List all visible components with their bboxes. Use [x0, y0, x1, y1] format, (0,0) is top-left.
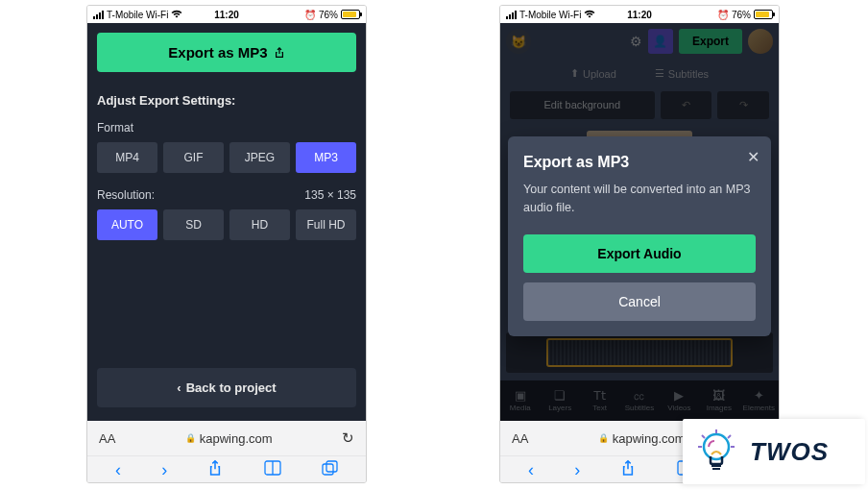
chevron-left-icon: ‹ [177, 380, 181, 395]
ios-status-bar: T-Mobile Wi-Fi 11:20 ⏰ 76% [500, 6, 779, 23]
resolution-fullhd[interactable]: Full HD [296, 209, 356, 240]
edit-background-button[interactable]: Edit background [510, 91, 655, 119]
editor-screen: 😺 ⚙ 👤 Export ⬆ Upload ☰ Subtitles Edit b… [500, 23, 779, 421]
svg-line-13 [728, 435, 731, 438]
phone-left: T-Mobile Wi-Fi 11:20 ⏰ 76% Export as MP3… [86, 5, 367, 483]
resolution-hd[interactable]: HD [229, 209, 290, 240]
battery-percent: 76% [319, 10, 338, 20]
editor-bottom-tabs: ▣Media ❏Layers T𝗍Text ㏄Subtitles ▶Videos… [500, 380, 779, 421]
svg-rect-3 [326, 461, 337, 472]
refresh-icon[interactable]: ↻ [342, 429, 354, 447]
lock-icon: 🔒 [598, 433, 609, 443]
avatar[interactable] [748, 29, 773, 54]
export-button-label: Export as MP3 [168, 44, 267, 61]
modal-description: Your content will be converted into an M… [523, 181, 756, 217]
safari-url-field[interactable]: 🔒 kapwing.com [121, 431, 336, 446]
editor-topbar: 😺 ⚙ 👤 Export [500, 23, 779, 60]
logo-icon[interactable]: 😺 [506, 29, 531, 54]
back-to-project-button[interactable]: ‹ Back to project [97, 368, 356, 407]
share-user-button[interactable]: 👤 [648, 29, 673, 54]
resolution-value: 135 × 135 [304, 188, 356, 202]
safari-tabs-icon[interactable] [322, 460, 338, 480]
safari-back-icon[interactable]: ‹ [115, 460, 121, 480]
wifi-icon [584, 10, 595, 20]
twos-badge: TWOS [683, 419, 865, 484]
safari-address-bar[interactable]: AA 🔒 kapwing.com ↻ [87, 421, 366, 455]
undo-button[interactable]: ↶ [661, 91, 712, 119]
subtitles-tab[interactable]: ☰ Subtitles [655, 67, 709, 80]
carrier-label: T-Mobile Wi-Fi [107, 10, 168, 20]
signal-icon [506, 11, 517, 19]
redo-button[interactable]: ↷ [717, 91, 769, 119]
svg-line-12 [702, 435, 705, 438]
tab-text[interactable]: T𝗍Text [580, 389, 619, 412]
export-button[interactable]: Export [679, 29, 742, 54]
tab-media[interactable]: ▣Media [500, 389, 540, 412]
signal-icon [93, 11, 104, 19]
phone-right: T-Mobile Wi-Fi 11:20 ⏰ 76% 😺 ⚙ 👤 Export … [499, 5, 780, 483]
carrier-label: T-Mobile Wi-Fi [519, 10, 581, 20]
upload-tabs: ⬆ Upload ☰ Subtitles [500, 60, 779, 87]
safari-toolbar: ‹ › [87, 455, 366, 483]
ios-status-bar: T-Mobile Wi-Fi 11:20 ⏰ 76% [87, 6, 366, 23]
export-audio-button[interactable]: Export Audio [523, 234, 756, 273]
safari-forward-icon[interactable]: › [574, 460, 580, 480]
back-button-label: Back to project [186, 380, 277, 395]
status-time: 11:20 [214, 10, 239, 20]
alarm-icon: ⏰ [717, 10, 729, 20]
battery-icon [341, 10, 360, 19]
safari-aa-button[interactable]: AA [99, 431, 115, 446]
tab-subtitles[interactable]: ㏄Subtitles [619, 389, 659, 412]
battery-percent: 76% [732, 10, 751, 20]
safari-share-icon[interactable] [620, 459, 636, 481]
modal-title: Export as MP3 [523, 154, 756, 171]
safari-domain: kapwing.com [200, 431, 273, 446]
safari-share-icon[interactable] [207, 459, 223, 481]
twos-text: TWOS [750, 437, 829, 467]
tab-layers[interactable]: ❏Layers [540, 389, 579, 412]
resolution-label: Resolution: [97, 188, 155, 202]
timeline-clip[interactable] [546, 338, 733, 367]
export-settings-screen: Export as MP3 Adjust Export Settings: Fo… [87, 23, 366, 421]
upload-tab[interactable]: ⬆ Upload [570, 67, 616, 80]
edit-background-row: Edit background ↶ ↷ [500, 87, 779, 123]
format-mp4[interactable]: MP4 [97, 142, 157, 173]
close-icon[interactable]: ✕ [747, 148, 760, 166]
format-label: Format [97, 121, 356, 135]
format-mp3[interactable]: MP3 [296, 142, 356, 173]
format-jpeg[interactable]: JPEG [229, 142, 290, 173]
timeline[interactable] [506, 332, 773, 373]
lightbulb-icon [692, 428, 740, 476]
cancel-button[interactable]: Cancel [523, 282, 756, 321]
export-as-mp3-button[interactable]: Export as MP3 [97, 33, 356, 72]
lock-icon: 🔒 [185, 433, 196, 443]
format-options: MP4 GIF JPEG MP3 [97, 142, 356, 173]
safari-bookmarks-icon[interactable] [264, 460, 281, 480]
gear-icon[interactable]: ⚙ [630, 34, 642, 49]
alarm-icon: ⏰ [304, 10, 316, 20]
format-gif[interactable]: GIF [163, 142, 224, 173]
tab-images[interactable]: 🖼Images [699, 389, 738, 412]
safari-domain: kapwing.com [613, 431, 686, 446]
resolution-options: AUTO SD HD Full HD [97, 209, 356, 240]
wifi-icon [171, 10, 182, 20]
safari-forward-icon[interactable]: › [161, 460, 167, 480]
safari-back-icon[interactable]: ‹ [528, 460, 534, 480]
share-icon [274, 46, 285, 60]
battery-icon [754, 10, 773, 19]
resolution-sd[interactable]: SD [163, 209, 224, 240]
status-time: 11:20 [627, 10, 652, 20]
adjust-settings-title: Adjust Export Settings: [97, 93, 356, 108]
safari-aa-button[interactable]: AA [512, 431, 528, 446]
svg-point-8 [704, 434, 729, 459]
tab-videos[interactable]: ▶Videos [660, 389, 699, 412]
svg-rect-2 [323, 464, 333, 475]
resolution-auto[interactable]: AUTO [97, 209, 157, 240]
tab-elements[interactable]: ✦Elements [739, 389, 779, 412]
export-modal: ✕ Export as MP3 Your content will be con… [508, 136, 771, 336]
